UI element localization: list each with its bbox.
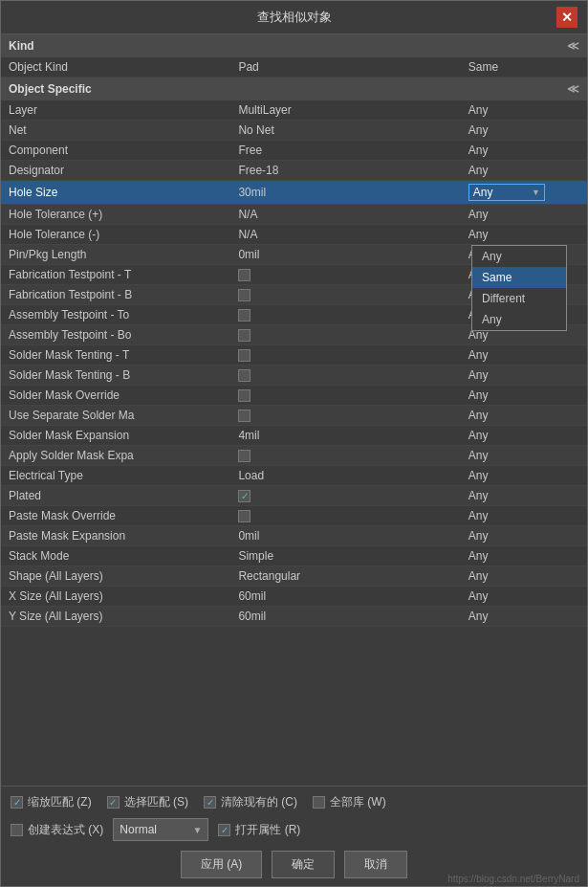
cell-name: Solder Mask Override xyxy=(1,386,230,406)
table-row[interactable]: Electrical Type Load Any xyxy=(1,466,587,486)
table-row[interactable]: Solder Mask Expansion 4mil Any xyxy=(1,426,587,446)
create-expr-checkbox[interactable]: 创建表达式 (X) xyxy=(11,822,103,838)
cell-value: N/A xyxy=(230,205,460,225)
cell-name: Component xyxy=(1,141,230,161)
dropdown-item-any[interactable]: Any xyxy=(472,309,566,330)
select-match-checkbox[interactable]: 选择匹配 (S) xyxy=(107,794,188,810)
cell-value: 0mil xyxy=(230,526,460,546)
cell-match: Any xyxy=(461,161,553,181)
table-row[interactable]: Paste Mask Override Any xyxy=(1,506,587,526)
section-chevron: ≪ xyxy=(567,39,579,53)
table-row[interactable]: Designator Free-18 Any xyxy=(1,161,587,181)
cell-value xyxy=(230,305,460,325)
cell-dd xyxy=(553,181,587,205)
cell-name: Paste Mask Override xyxy=(1,506,230,526)
mode-dropdown-arrow: ▼ xyxy=(192,825,202,835)
clear-existing-checkbox[interactable]: 清除现有的 (C) xyxy=(204,794,297,810)
cell-dd xyxy=(553,566,587,587)
cell-name: Solder Mask Tenting - B xyxy=(1,366,230,386)
cell-value: Free xyxy=(230,141,460,161)
cell-dd xyxy=(553,121,587,141)
table-container[interactable]: Kind ≪ Object Kind Pad Same Object Speci… xyxy=(1,34,587,786)
table-row[interactable]: Solder Mask Tenting - T Any xyxy=(1,345,587,366)
cell-value: Free-18 xyxy=(230,161,460,181)
cell-dd xyxy=(553,546,587,566)
cell-dd xyxy=(553,141,587,161)
cell-value: 0mil xyxy=(230,245,460,265)
cell-name: Layer xyxy=(1,100,230,121)
table-row[interactable]: Solder Mask Override Any xyxy=(1,386,587,406)
table-row[interactable]: Net No Net Any xyxy=(1,121,587,141)
cell-dd xyxy=(553,100,587,121)
section-header-object_specific: Object Specific ≪ xyxy=(1,78,587,101)
table-row[interactable]: Hole Tolerance (+) N/A Any xyxy=(1,205,587,225)
cell-value: MultiLayer xyxy=(230,100,460,121)
cell-name: Fabrication Testpoint - T xyxy=(1,265,230,285)
website-note: https://blog.csdn.net/BerryNard xyxy=(447,874,579,884)
dropdown-item-any[interactable]: Any xyxy=(472,246,566,267)
table-row[interactable]: Y Size (All Layers) 60mil Any xyxy=(1,607,587,627)
table-row[interactable]: Apply Solder Mask Expa Any xyxy=(1,446,587,466)
apply-button[interactable]: 应用 (A) xyxy=(181,851,262,878)
cell-dd xyxy=(553,446,587,466)
cell-match: Any xyxy=(461,546,553,566)
match-dropdown-popup[interactable]: AnySameDifferentAny xyxy=(471,245,567,331)
cell-value: Pad xyxy=(230,57,460,78)
cell-dd xyxy=(553,426,587,446)
cell-value: 60mil xyxy=(230,607,460,627)
cell-name: Solder Mask Tenting - T xyxy=(1,345,230,366)
all-lib-checkbox[interactable]: 全部库 (W) xyxy=(313,794,386,810)
match-dropdown-active[interactable]: Any ▼ xyxy=(468,184,545,201)
table-row[interactable]: Shape (All Layers) Rectangular Any xyxy=(1,566,587,587)
cell-dd xyxy=(553,607,587,627)
create-expr-cb-box xyxy=(11,824,23,836)
table-row[interactable]: Solder Mask Tenting - B Any xyxy=(1,366,587,386)
cell-match[interactable]: Any ▼ xyxy=(461,181,553,205)
cell-value: 60mil xyxy=(230,587,460,607)
cell-dd xyxy=(553,205,587,225)
bottom-row1: 缩放匹配 (Z) 选择匹配 (S) 清除现有的 (C) 全部库 (W) xyxy=(11,794,577,810)
table-row[interactable]: Layer MultiLayer Any xyxy=(1,100,587,121)
open-props-checkbox[interactable]: 打开属性 (R) xyxy=(218,822,300,838)
mode-dropdown[interactable]: Normal ▼ xyxy=(113,818,208,841)
table-row[interactable]: Use Separate Solder Ma Any xyxy=(1,406,587,426)
table-row[interactable]: Hole Size 30mil Any ▼ xyxy=(1,181,587,205)
cancel-button[interactable]: 取消 xyxy=(344,851,407,878)
ok-button[interactable]: 确定 xyxy=(272,851,335,878)
cell-match: Any xyxy=(461,426,553,446)
cell-match: Any xyxy=(461,466,553,486)
cell-name: Pin/Pkg Length xyxy=(1,245,230,265)
cell-name: Use Separate Solder Ma xyxy=(1,406,230,426)
table-row[interactable]: Paste Mask Expansion 0mil Any xyxy=(1,526,587,546)
table-row[interactable]: Plated ✓ Any xyxy=(1,486,587,506)
cell-dd xyxy=(553,225,587,245)
cell-value xyxy=(230,386,460,406)
cell-name: Designator xyxy=(1,161,230,181)
table-row[interactable]: Hole Tolerance (-) N/A Any xyxy=(1,225,587,245)
zoom-match-checkbox[interactable]: 缩放匹配 (Z) xyxy=(11,794,92,810)
cell-match: Any xyxy=(461,607,553,627)
cell-value: Rectangular xyxy=(230,566,460,587)
cell-value: N/A xyxy=(230,225,460,245)
table-row[interactable]: Component Free Any xyxy=(1,141,587,161)
dropdown-item-same[interactable]: Same xyxy=(472,267,566,288)
cell-dd xyxy=(553,526,587,546)
cell-dd xyxy=(553,345,587,366)
cell-name: X Size (All Layers) xyxy=(1,587,230,607)
cell-name: Stack Mode xyxy=(1,546,230,566)
cell-match: Any xyxy=(461,366,553,386)
cell-dd xyxy=(553,386,587,406)
cell-match: Any xyxy=(461,566,553,587)
cell-name: Net xyxy=(1,121,230,141)
close-button[interactable]: ✕ xyxy=(556,7,577,28)
cell-match: Any xyxy=(461,225,553,245)
clear-existing-cb-box xyxy=(204,796,216,809)
dropdown-item-different[interactable]: Different xyxy=(472,288,566,309)
table-row[interactable]: X Size (All Layers) 60mil Any xyxy=(1,587,587,607)
cell-match: Any xyxy=(461,121,553,141)
cell-value: No Net xyxy=(230,121,460,141)
open-props-cb-box xyxy=(218,824,230,836)
table-row[interactable]: Object Kind Pad Same xyxy=(1,57,587,78)
cell-value xyxy=(230,325,460,345)
table-row[interactable]: Stack Mode Simple Any xyxy=(1,546,587,566)
